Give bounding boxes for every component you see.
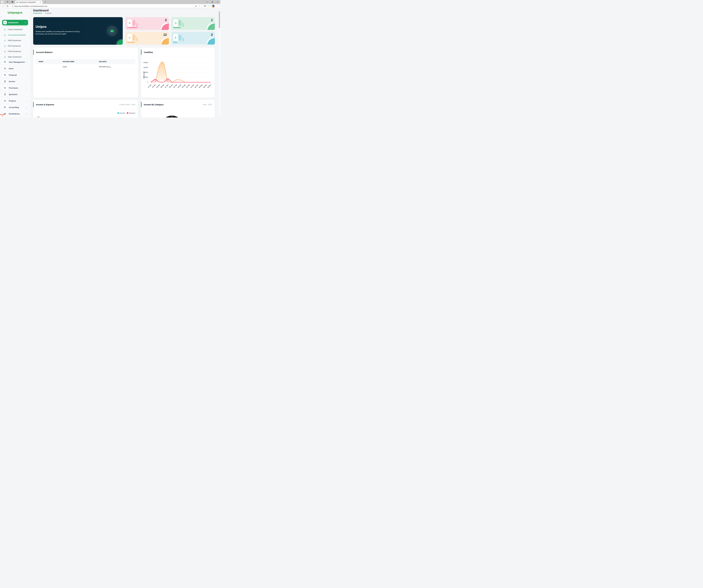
check-square-icon [4, 99, 6, 102]
breadcrumb-dashboard-link[interactable]: Dashboard [33, 12, 42, 14]
refresh-button[interactable]: ↻ [5, 4, 10, 8]
sidebar-item-invoice[interactable]: Invoice [0, 78, 30, 85]
tab-title: Dashboard | UniposERP [19, 1, 40, 3]
sidebar-item-label: Items [9, 68, 30, 70]
sidebar-subitem-project-dashboard[interactable]: Project Dashboard [0, 27, 30, 32]
close-button[interactable]: ✕ [215, 0, 220, 4]
profile-avatar[interactable] [1, 1, 4, 3]
sidebar-subitem-accounting-dashboard[interactable]: Accounting Dashboard [0, 32, 30, 38]
hero-title: Unipos [35, 25, 47, 29]
corner-decor [208, 38, 215, 45]
new-tab-button[interactable]: + [44, 1, 47, 3]
decor-blob [133, 34, 136, 41]
chevron-right-icon: › [26, 100, 27, 102]
card-title: Cashflow [144, 51, 153, 54]
table-row: Cash500,806.00ريال [36, 64, 135, 69]
sidebar-subitem-crm-dashboard[interactable]: CRM Dashboard [0, 49, 30, 54]
sidebar-subitem-pos-dashboard[interactable]: POS Dashboard [0, 43, 30, 49]
cashflow-chart: Amount Date 010000020000030000040000011-… [141, 57, 215, 97]
progress-circle-icon [4, 56, 6, 58]
restore-icon [212, 1, 213, 3]
sidebar-item-purchases[interactable]: Purchases› [0, 85, 30, 91]
sidebar-item-label: Dashboard [8, 21, 24, 24]
breadcrumb-separator: › [43, 12, 44, 14]
restore-button[interactable] [210, 0, 215, 4]
cart-icon [4, 67, 6, 70]
scrollbar-thumb[interactable] [219, 11, 220, 28]
sidebar-item-label: DoubleEntry [9, 113, 26, 115]
decor-blob [182, 38, 184, 42]
copilot-icon[interactable] [212, 5, 215, 8]
sidebar-item-proposal[interactable]: Proposal [0, 72, 30, 78]
browser-tab[interactable]: Dashboard | UniposERP × [15, 0, 43, 4]
account-balance-table: BANKHOLDER NAMEBALANCE Cash500,806.00ريا… [36, 59, 135, 69]
progress-circle-icon [4, 40, 6, 41]
legend-item-income[interactable]: Income [118, 112, 125, 114]
tab-actions-icon[interactable] [11, 0, 14, 3]
stat-card-bills[interactable]: 2Bills [171, 32, 215, 45]
sidebar-item-dashboard[interactable]: Dashboard [2, 20, 28, 25]
home-icon [3, 21, 7, 24]
scroll-down-arrow[interactable]: ▼ [219, 116, 220, 117]
sidebar-subitem-label: Sales Dashboard [8, 56, 21, 58]
sidebar-item-quotation[interactable]: Quotation [0, 91, 30, 97]
stat-card-vendors[interactable]: 1Vendors [171, 17, 215, 30]
read-aloud-icon[interactable]: A) [195, 5, 197, 7]
sidebar-menu: User Management›ItemsProposalInvoicePurc… [0, 59, 30, 117]
chevron-right-icon: › [26, 113, 27, 115]
sidebar-subitem-label: Project Dashboard [8, 28, 22, 30]
dashboard-main: Dashboard Dashboard › Account Unipos Wor… [30, 8, 218, 118]
y-axis-tick: 400000 [141, 62, 148, 63]
laravel-debugbar-toggle[interactable] [0, 115, 5, 118]
lock-icon [12, 5, 13, 7]
stat-value: 1 [211, 18, 213, 22]
decor-blob [178, 20, 181, 26]
tab-close-icon[interactable]: × [40, 1, 41, 3]
laravel-icon [2, 115, 4, 117]
table-column-header: HOLDER NAME [60, 59, 96, 64]
sidebar-item-projects[interactable]: Projects› [0, 97, 30, 104]
sidebar-item-label: Invoice [9, 80, 30, 82]
settings-dots-icon[interactable]: ⋯ [208, 5, 210, 7]
sidebar-item-accounting[interactable]: Accounting› [0, 104, 30, 111]
legend-swatch [118, 112, 119, 114]
hero-banner: Unipos WorkDo dash simplifies accounting… [33, 17, 123, 45]
table-cell: Cash [60, 64, 96, 69]
address-bar[interactable]: https://erp.the360pos.com/dashboard/acco… [10, 4, 202, 8]
minimize-button[interactable]: — [204, 0, 210, 4]
y-axis-tick: 200000 [141, 72, 148, 73]
scroll-up-arrow[interactable]: ▲ [219, 9, 220, 10]
decor-blob [136, 38, 138, 42]
y-axis-tick: 300000 [141, 67, 148, 68]
corner-decor [162, 38, 169, 45]
icon-tile [3, 105, 7, 110]
sidebar-subitem-label: Accounting Dashboard [8, 34, 25, 36]
sidebar-item-user-management[interactable]: User Management› [0, 59, 30, 65]
chevron-right-icon: › [26, 106, 27, 108]
breadcrumb: Dashboard › Account [33, 12, 52, 14]
corner-decor [208, 23, 215, 30]
favorite-star-icon[interactable]: ☆ [199, 5, 200, 7]
progress-circle-icon [4, 45, 6, 47]
workspaces-icon[interactable] [6, 0, 9, 3]
sidebar-item-items[interactable]: Items [0, 65, 30, 72]
site-favicon [16, 1, 18, 3]
y-axis-tick: 100000 [141, 76, 148, 78]
stat-value: 2 [211, 33, 213, 36]
stat-value: 12 [163, 33, 167, 36]
favorites-bar-icon[interactable] [204, 5, 206, 7]
stat-card-invoices[interactable]: 12Invoices [126, 32, 169, 45]
stat-card-customers[interactable]: 2Customers [126, 17, 169, 30]
page-scrollbar[interactable]: ▲ ▼ [218, 8, 220, 118]
income-expense-card: Income & Expense Current Year - 2025 Inc… [33, 100, 138, 118]
account-balance-card: Account Balance BANKHOLDER NAMEBALANCE C… [33, 48, 138, 98]
legend-item-expense[interactable]: Expense [127, 112, 135, 114]
card-header: Income By Category Year - 2025 [141, 100, 215, 109]
legend-label: Expense [129, 112, 135, 114]
icon-tile [3, 79, 7, 84]
briefcase-icon [107, 26, 116, 35]
sidebar-subitem-hrm-dashboard[interactable]: HRM Dashboard [0, 38, 30, 43]
icon-tile [3, 60, 7, 64]
back-button[interactable]: ← [1, 4, 5, 8]
url-text[interactable]: https://erp.the360pos.com/dashboard/acco… [14, 5, 193, 7]
